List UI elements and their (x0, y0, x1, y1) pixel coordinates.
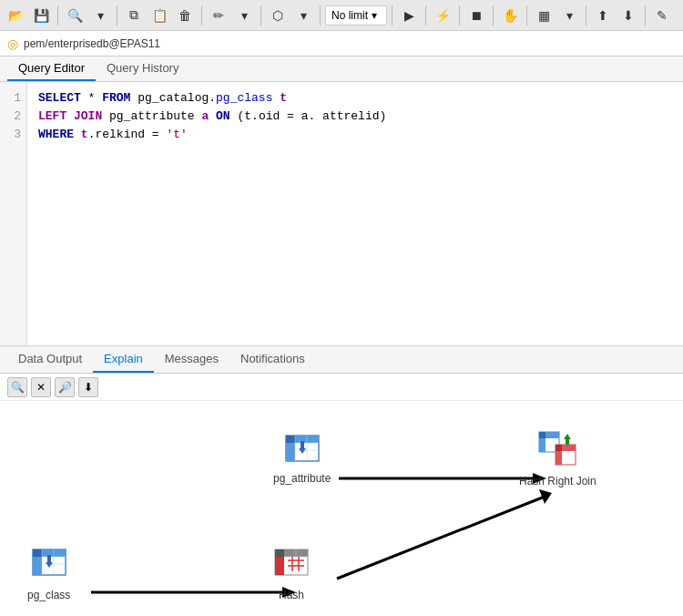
connection-icon: ◎ (7, 36, 18, 51)
delete-button[interactable]: 🗑 (173, 4, 197, 27)
node-pg-attribute-label: pg_attribute (273, 472, 331, 485)
connection-bar: ◎ pem/enterprisedb@EPAS11 (0, 31, 683, 56)
connection-label: pem/enterprisedb@EPAS11 (24, 37, 160, 50)
node-hash-label: Hash (279, 589, 304, 601)
hash-right-join-icon (537, 428, 577, 471)
open-file-button[interactable]: 📂 (4, 4, 27, 27)
svg-marker-5 (539, 489, 552, 504)
edit-dropdown[interactable]: ▾ (232, 4, 256, 27)
sep10 (526, 5, 527, 26)
node-hash: Hash (271, 542, 311, 601)
sep7 (425, 5, 426, 26)
sep1 (57, 5, 58, 26)
limit-label: No limit (331, 9, 368, 22)
sep2 (117, 5, 117, 26)
pg-attribute-icon (282, 428, 322, 468)
lightning-button[interactable]: ⚡ (431, 4, 454, 27)
tab-notifications[interactable]: Notifications (229, 346, 316, 373)
sep3 (201, 5, 202, 26)
hand-button[interactable]: ✋ (498, 4, 522, 27)
download-button[interactable]: ⬇ (617, 4, 640, 27)
run-button[interactable]: ▶ (397, 4, 421, 27)
svg-marker-24 (564, 434, 571, 439)
filter-dropdown[interactable]: ▾ (291, 4, 315, 27)
hash-icon (271, 542, 311, 585)
node-pg-attribute: pg_attribute (273, 428, 331, 485)
search-button[interactable]: 🔍 (63, 4, 87, 27)
node-pg-class: pg_class (27, 542, 70, 601)
paste-button[interactable]: 📋 (148, 4, 171, 27)
reset-button[interactable]: ✕ (31, 377, 51, 397)
sep9 (493, 5, 494, 26)
sep12 (645, 5, 646, 26)
svg-rect-25 (566, 439, 569, 445)
svg-line-4 (337, 497, 545, 579)
explain-panel: 🔍 ✕ 🔎 ⬇ (0, 374, 683, 616)
pg-class-icon (29, 542, 69, 585)
more-button[interactable]: ✎ (650, 4, 674, 27)
limit-arrow: ▾ (372, 9, 377, 22)
svg-rect-23 (556, 445, 562, 451)
sep8 (459, 5, 460, 26)
zoom-out-button[interactable]: 🔎 (55, 377, 75, 397)
upload-button[interactable]: ⬆ (591, 4, 615, 27)
save-button[interactable]: 💾 (29, 4, 53, 27)
limit-dropdown[interactable]: No limit ▾ (325, 5, 387, 26)
tab-explain[interactable]: Explain (93, 346, 154, 373)
node-pg-class-label: pg_class (27, 589, 70, 601)
search-dropdown[interactable]: ▾ (88, 4, 112, 27)
bottom-section: Data Output Explain Messages Notificatio… (0, 346, 683, 616)
tab-query-history[interactable]: Query History (96, 56, 189, 81)
zoom-in-button[interactable]: 🔍 (7, 377, 27, 397)
explain-diagram: pg_attribute (0, 401, 683, 616)
columns-button[interactable]: ▦ (532, 4, 556, 27)
bottom-tab-bar: Data Output Explain Messages Notificatio… (0, 346, 683, 374)
line-num-1: 1 (5, 89, 21, 108)
copy-button[interactable]: ⧉ (122, 4, 146, 27)
tab-data-output[interactable]: Data Output (7, 346, 93, 373)
svg-rect-39 (275, 549, 284, 557)
tab-messages[interactable]: Messages (154, 346, 229, 373)
node-hash-right-join-label: Hash Right Join (519, 475, 596, 488)
sep5 (320, 5, 321, 26)
main-toolbar: 📂 💾 🔍 ▾ ⧉ 📋 🗑 ✏ ▾ ⬡ ▾ No limit ▾ ▶ ⚡ ⏹ ✋… (0, 0, 683, 31)
sep4 (260, 5, 261, 26)
svg-rect-29 (33, 549, 42, 557)
node-hash-right-join: Hash Right Join (519, 428, 596, 488)
explain-toolbar: 🔍 ✕ 🔎 ⬇ (0, 374, 683, 401)
svg-rect-15 (301, 441, 304, 449)
line-num-3: 3 (5, 126, 21, 144)
edit-button[interactable]: ✏ (207, 4, 230, 27)
filter-button[interactable]: ⬡ (266, 4, 290, 27)
svg-rect-9 (286, 436, 295, 443)
stop-button[interactable]: ⏹ (464, 4, 488, 27)
line-num-2: 2 (5, 108, 21, 126)
svg-rect-19 (539, 432, 545, 438)
query-editor[interactable]: 1 2 3 SELECT * FROM pg_catalog.pg_class … (0, 82, 683, 346)
svg-rect-35 (47, 555, 51, 563)
download-diagram-button[interactable]: ⬇ (78, 377, 98, 397)
editor-tab-bar: Query Editor Query History (0, 56, 683, 82)
tab-query-editor[interactable]: Query Editor (7, 56, 96, 81)
columns-dropdown[interactable]: ▾ (557, 4, 581, 27)
sep6 (392, 5, 392, 26)
sep11 (586, 5, 586, 26)
code-area[interactable]: SELECT * FROM pg_catalog.pg_class t LEFT… (27, 82, 683, 345)
line-numbers: 1 2 3 (0, 82, 27, 345)
